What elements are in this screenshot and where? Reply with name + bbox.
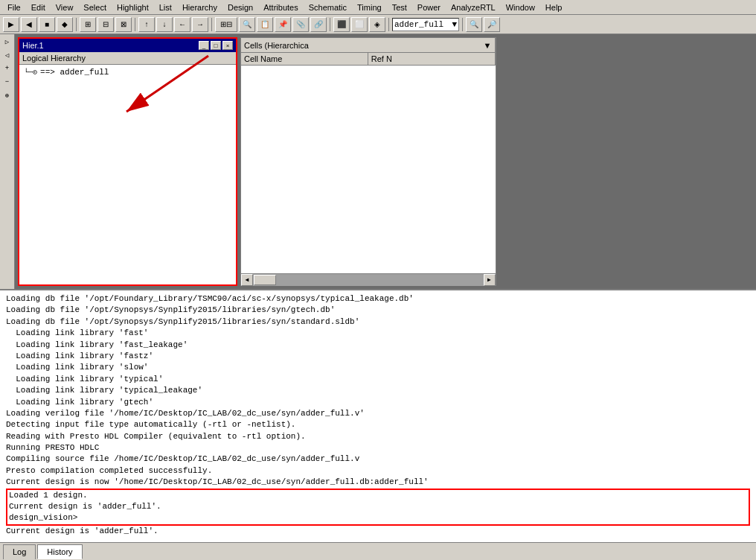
toolbar-btn-8[interactable]: ↑: [138, 17, 155, 32]
cells-scrollbar[interactable]: ◀ ▶: [241, 273, 496, 285]
console-line: Loading link library 'fastz': [6, 351, 750, 362]
cells-col-ref: Ref N: [368, 53, 496, 65]
menu-highlight[interactable]: Highlight: [112, 1, 153, 13]
window-maximize-button[interactable]: □: [211, 41, 221, 50]
toolbar-btn-20[interactable]: ◈: [369, 17, 385, 32]
toolbar: ▶ ◀ ■ ◆ ⊞ ⊟ ⊠ ↑ ↓ ← → ⊞⊟ 🔍 📋 📌 📎 🔗 ⬛ ⬜ ◈…: [0, 15, 756, 34]
menu-analyzertl[interactable]: AnalyzeRTL: [446, 1, 500, 13]
console-line: Detecting input file type automatically …: [6, 419, 750, 430]
console-line: Current design is now '/home/IC/Desktop/…: [6, 477, 750, 488]
right-area: [499, 37, 754, 286]
hierarchy-content: └─⊙ ==> adder_full: [19, 65, 236, 284]
toolbar-separator-1: [76, 18, 77, 31]
toolbar-btn-2[interactable]: ◀: [21, 17, 37, 32]
toolbar-btn-3[interactable]: ■: [39, 17, 55, 32]
scroll-thumb[interactable]: [254, 275, 276, 285]
menu-attributes[interactable]: Attributes: [259, 1, 302, 13]
menu-hierarchy[interactable]: Hierarchy: [178, 1, 222, 13]
toolbar-btn-11[interactable]: →: [192, 17, 208, 32]
toolbar-btn-9[interactable]: ↓: [156, 17, 173, 32]
hierarchy-titlebar: Hier.1 _ □ ×: [19, 39, 236, 52]
design-dropdown[interactable]: adder_full ▼: [392, 18, 459, 31]
dropdown-arrow-icon: ▼: [452, 20, 457, 29]
menu-timing[interactable]: Timing: [353, 1, 386, 13]
menu-select[interactable]: Select: [79, 1, 111, 13]
cells-table-header: Cell Name Ref N: [241, 53, 496, 66]
console-line: Loaded 1 design.: [9, 490, 747, 501]
toolbar-btn-22[interactable]: 🔎: [484, 17, 500, 32]
menu-help[interactable]: Help: [541, 1, 567, 13]
toolbar-btn-12[interactable]: ⊞⊟: [215, 17, 237, 32]
cells-header: Cells (Hierarchica ▼: [241, 38, 496, 53]
cells-window: Cells (Hierarchica ▼ Cell Name Ref N ◀ ▶: [240, 37, 496, 286]
statusbar: Log History: [0, 542, 756, 560]
toolbar-btn-19[interactable]: ⬜: [351, 17, 368, 32]
tab-log[interactable]: Log: [3, 544, 36, 559]
console-line: Current design is 'adder_full'.: [9, 501, 747, 512]
toolbar-btn-17[interactable]: 🔗: [310, 17, 327, 32]
toolbar-separator-6: [462, 18, 463, 31]
scroll-track[interactable]: [253, 274, 484, 286]
toolbar-btn-4[interactable]: ◆: [57, 17, 73, 32]
window-minimize-button[interactable]: _: [199, 41, 209, 50]
console-area: Loading db file '/opt/Foundary_Library/T…: [0, 289, 756, 542]
console-line: design_vision>: [9, 512, 747, 524]
cells-dropdown[interactable]: Cells (Hierarchica ▼: [241, 38, 496, 52]
sidebar-icon-3[interactable]: +: [1, 63, 13, 74]
toolbar-separator-4: [330, 18, 330, 31]
toolbar-btn-13[interactable]: 🔍: [239, 17, 255, 32]
cells-dropdown-label: Cells (Hierarchica: [244, 41, 309, 50]
console-line: Loading link library 'slow': [6, 362, 750, 373]
scroll-left-button[interactable]: ◀: [241, 274, 253, 286]
console-content: Loading db file '/opt/Foundary_Library/T…: [0, 290, 756, 542]
console-line: Loading db file '/opt/Synopsys/Synplify2…: [6, 305, 750, 316]
scroll-right-button[interactable]: ▶: [484, 274, 496, 286]
menubar: File Edit View Select Highlight List Hie…: [0, 0, 756, 15]
console-line: Reading with Presto HDL Compiler (equiva…: [6, 431, 750, 442]
toolbar-btn-16[interactable]: 📎: [292, 17, 309, 32]
toolbar-separator-2: [135, 18, 135, 31]
menu-list[interactable]: List: [155, 1, 176, 13]
sidebar-icon-5[interactable]: ⊕: [1, 89, 13, 101]
toolbar-separator-5: [388, 18, 389, 31]
main-area: Hier.1 _ □ × Logical Hierarchy └─⊙ ==> a…: [15, 34, 756, 289]
menu-schematic[interactable]: Schematic: [304, 1, 351, 13]
menu-design[interactable]: Design: [223, 1, 257, 13]
toolbar-btn-14[interactable]: 📋: [257, 17, 273, 32]
sidebar-icon-1[interactable]: ▷: [1, 36, 13, 48]
console-line: Compiling source file /home/IC/Desktop/I…: [6, 454, 750, 465]
console-line: Loading db file '/opt/Synopsys/Synplify2…: [6, 316, 750, 328]
toolbar-btn-1[interactable]: ▶: [3, 17, 19, 32]
menu-file[interactable]: File: [3, 1, 25, 13]
menu-power[interactable]: Power: [413, 1, 445, 13]
hierarchy-window-title: Hier.1: [22, 41, 44, 50]
toolbar-btn-7[interactable]: ⊠: [115, 17, 132, 32]
console-line: Loading link library 'typical': [6, 374, 750, 385]
console-highlight-box: Loaded 1 design.Current design is 'adder…: [6, 489, 750, 526]
menu-window[interactable]: Window: [502, 1, 539, 13]
menu-test[interactable]: Test: [388, 1, 411, 13]
titlebar-buttons: _ □ ×: [199, 41, 233, 50]
toolbar-btn-18[interactable]: ⬛: [333, 17, 350, 32]
hierarchy-header: Logical Hierarchy: [19, 52, 236, 65]
console-line: Running PRESTO HDLC: [6, 442, 750, 454]
console-line: Loading link library 'fast': [6, 328, 750, 339]
menu-edit[interactable]: Edit: [27, 1, 50, 13]
design-dropdown-value: adder_full: [394, 20, 443, 29]
console-line: Loading link library 'typical_leakage': [6, 385, 750, 396]
cells-body: [241, 66, 496, 273]
toolbar-btn-21[interactable]: 🔍: [466, 17, 482, 32]
hierarchy-item-adder-full[interactable]: └─⊙ ==> adder_full: [21, 66, 234, 78]
toolbar-btn-15[interactable]: 📌: [275, 17, 291, 32]
menu-view[interactable]: View: [51, 1, 78, 13]
cells-col-name: Cell Name: [241, 53, 368, 65]
window-close-button[interactable]: ×: [222, 41, 233, 50]
sidebar-icon-4[interactable]: −: [1, 76, 13, 88]
cells-dropdown-arrow-icon: ▼: [484, 41, 492, 50]
sidebar-icon-2[interactable]: ◁: [1, 49, 13, 61]
toolbar-btn-10[interactable]: ←: [174, 17, 190, 32]
tab-history[interactable]: History: [37, 544, 82, 559]
toolbar-btn-6[interactable]: ⊟: [97, 17, 114, 32]
toolbar-btn-5[interactable]: ⊞: [80, 17, 96, 32]
console-line: Loading link library 'fast_leakage': [6, 340, 750, 351]
